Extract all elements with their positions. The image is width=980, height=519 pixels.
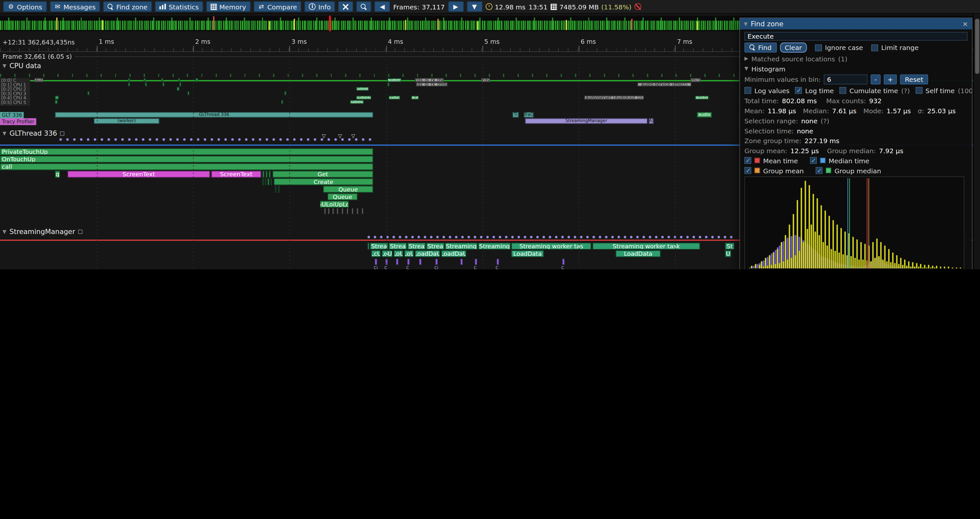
memory-button[interactable]: Memory: [206, 1, 250, 12]
current-frame-marker[interactable]: [329, 16, 331, 31]
zone[interactable]: LoU: [394, 250, 403, 257]
zone[interactable]: mi:t: [691, 78, 701, 82]
zone[interactable]: [162, 83, 164, 86]
zone[interactable]: Strea: [407, 243, 426, 250]
zone[interactable]: LoaULoiUpLoUp: [320, 201, 349, 208]
zone[interactable]: ScreenText: [211, 171, 261, 177]
zone[interactable]: audios: [388, 78, 401, 82]
ignore-case-checkbox[interactable]: [815, 44, 822, 51]
zone[interactable]: [188, 91, 189, 95]
zone[interactable]: A): [649, 118, 654, 124]
zone[interactable]: [177, 87, 179, 91]
frame-marker-icon[interactable]: ▽: [322, 134, 326, 139]
zone-time-histogram[interactable]: [744, 176, 964, 269]
find-zone-button[interactable]: Find zone: [103, 1, 152, 12]
help-icon[interactable]: (?): [821, 117, 829, 124]
group-median-checkbox[interactable]: [816, 167, 822, 174]
scrollbar-thumb[interactable]: [975, 19, 979, 74]
zone[interactable]: [262, 171, 264, 177]
thread-options-icon[interactable]: [60, 131, 65, 136]
zone[interactable]: StreamingManager: [525, 118, 648, 124]
log-values-checkbox[interactable]: [744, 87, 751, 94]
zone[interactable]: audio:: [389, 96, 400, 100]
self-time-checkbox[interactable]: [915, 87, 922, 94]
frame-marker-icon[interactable]: ▽: [351, 134, 355, 139]
zone[interactable]: [196, 78, 198, 82]
zone[interactable]: OnTouchUp: [0, 156, 373, 163]
zone[interactable]: LoU: [404, 250, 414, 257]
zone[interactable]: Strea: [389, 243, 407, 250]
min-bin-decrease-button[interactable]: -: [871, 74, 880, 85]
clear-results-button[interactable]: Clear: [780, 43, 807, 53]
frame-marker-icon[interactable]: ▽: [338, 134, 342, 139]
find-zone-titlebar[interactable]: ▼ Find zone ×: [740, 18, 972, 30]
search-button[interactable]: [356, 1, 371, 12]
section-glthread[interactable]: ▼ GLThread 336: [3, 129, 65, 137]
zone[interactable]: audiose: [356, 96, 371, 100]
zone[interactable]: [265, 178, 266, 185]
zone[interactable]: [266, 171, 267, 177]
zone[interactable]: aut: [411, 96, 418, 100]
prev-frame-button[interactable]: ◀: [375, 1, 390, 12]
zone[interactable]: (worker): [94, 118, 159, 124]
section-cpu-data[interactable]: ▼ CPU data: [3, 62, 41, 70]
vertical-scrollbar[interactable]: [973, 14, 980, 269]
collapse-icon[interactable]: ▶: [744, 56, 748, 61]
histogram-section-label[interactable]: Histogram: [751, 65, 786, 72]
zone[interactable]: [267, 178, 269, 185]
zone[interactable]: LoadData: [511, 250, 544, 257]
mean-time-checkbox[interactable]: [744, 157, 751, 164]
zone[interactable]: [88, 91, 89, 95]
collapse-icon[interactable]: ▼: [744, 21, 748, 27]
zone[interactable]: GLThread 336: [55, 112, 373, 118]
zone[interactable]: PrivateTouchUp: [0, 149, 373, 155]
min-bin-input[interactable]: [824, 74, 868, 85]
zone[interactable]: Get: [272, 171, 373, 177]
zone[interactable]: [145, 83, 147, 86]
matched-locations-label[interactable]: Matched source locations: [751, 55, 835, 62]
collapse-icon[interactable]: ▼: [3, 63, 6, 69]
zone[interactable]: [179, 83, 181, 86]
tools-button[interactable]: [338, 1, 353, 12]
zone[interactable]: g: [55, 171, 60, 177]
zone[interactable]: [269, 171, 271, 177]
zone[interactable]: [55, 96, 59, 100]
zone[interactable]: [278, 186, 280, 192]
zone[interactable]: [388, 83, 390, 86]
cumulate-time-checkbox[interactable]: [840, 87, 846, 94]
zone[interactable]: ScreenText: [67, 171, 210, 177]
info-button[interactable]: iInfo: [304, 1, 335, 12]
thread-badge[interactable]: GLT 336: [0, 112, 24, 119]
zone[interactable]: TraO: [524, 112, 534, 118]
zone[interactable]: Streaming: [445, 243, 477, 250]
zone[interactable]: audio.service (effect): [638, 83, 691, 86]
close-icon[interactable]: ×: [963, 20, 968, 28]
zone[interactable]: LoUj: [382, 250, 393, 257]
zone[interactable]: LoadData: [616, 250, 660, 257]
log-time-checkbox[interactable]: [795, 87, 802, 94]
zone[interactable]: LoadDaU: [415, 250, 440, 257]
zone[interactable]: call: [0, 163, 373, 170]
zone[interactable]: LoadDaU: [441, 250, 466, 257]
find-button[interactable]: Find: [744, 43, 776, 53]
thread-badge[interactable]: Tracy Profiler: [0, 118, 36, 125]
group-mean-checkbox[interactable]: [744, 167, 751, 174]
zone[interactable]: [281, 100, 283, 104]
options-button[interactable]: ⚙Options: [3, 1, 47, 12]
median-time-checkbox[interactable]: [810, 157, 816, 164]
zone[interactable]: [144, 78, 146, 82]
help-icon[interactable]: (?): [901, 87, 910, 94]
zone[interactable]: Queue: [323, 186, 373, 192]
reset-button[interactable]: Reset: [900, 74, 928, 85]
zone[interactable]: Queue: [328, 193, 358, 200]
zone[interactable]: cds_ol_rx_thr: [415, 78, 444, 82]
zone[interactable]: Strea: [426, 243, 444, 250]
zone[interactable]: Ti: [512, 112, 519, 118]
zone[interactable]: [368, 243, 369, 250]
compare-button[interactable]: ⇄Compare: [254, 1, 302, 12]
zone[interactable]: Streaming worker task: [592, 243, 700, 250]
play-button[interactable]: ▶: [448, 1, 463, 12]
find-zone-query-input[interactable]: [744, 32, 967, 41]
zone[interactable]: LcU: [371, 250, 381, 257]
limit-range-checkbox[interactable]: [871, 44, 878, 51]
